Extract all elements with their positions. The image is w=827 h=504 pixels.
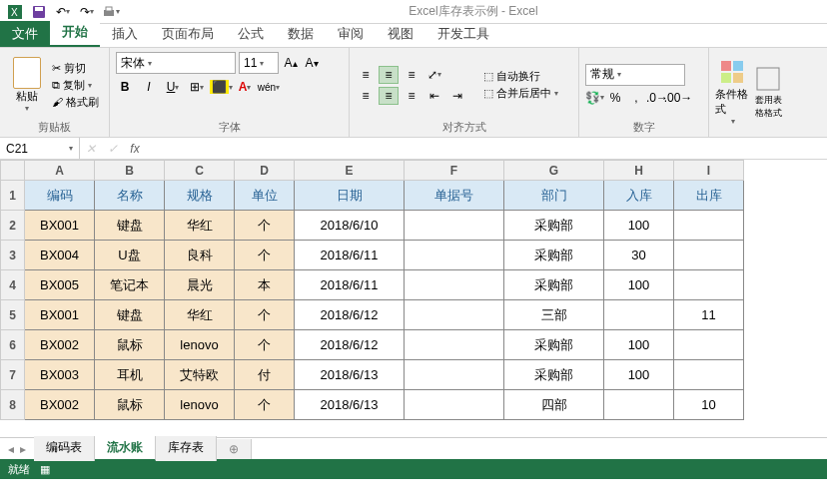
accounting-icon[interactable]: 💱▾: [585, 89, 603, 107]
table-cell[interactable]: 2018/6/11: [295, 241, 405, 270]
table-cell[interactable]: lenovo: [165, 390, 235, 420]
decrease-font-icon[interactable]: A▾: [303, 54, 321, 72]
sheet-tab[interactable]: 编码表: [34, 436, 95, 461]
paste-button[interactable]: 粘贴 ▾: [6, 55, 48, 115]
table-cell[interactable]: BX002: [25, 390, 95, 420]
redo-icon[interactable]: ↷▾: [78, 3, 96, 21]
table-cell[interactable]: [405, 330, 504, 360]
tab-view[interactable]: 视图: [376, 21, 425, 47]
table-header-cell[interactable]: 单位: [235, 181, 295, 211]
table-cell[interactable]: 晨光: [165, 270, 235, 300]
macro-icon[interactable]: ▦: [40, 463, 50, 476]
tab-file[interactable]: 文件: [0, 21, 50, 47]
table-cell[interactable]: 采购部: [504, 360, 604, 390]
table-cell[interactable]: 2018/6/12: [295, 300, 405, 330]
table-cell[interactable]: 鼠标: [95, 390, 165, 420]
table-cell[interactable]: 个: [235, 330, 295, 360]
tab-insert[interactable]: 插入: [100, 21, 150, 47]
table-cell[interactable]: 个: [235, 241, 295, 270]
table-cell[interactable]: 100: [604, 330, 674, 360]
table-cell[interactable]: [674, 270, 744, 300]
row-header[interactable]: 3: [1, 241, 25, 270]
table-cell[interactable]: [604, 300, 674, 330]
sheet-nav-last-icon[interactable]: ▸: [20, 442, 26, 456]
wrap-text-button[interactable]: ⬚自动换行: [483, 69, 558, 84]
table-cell[interactable]: 2018/6/13: [295, 360, 405, 390]
row-header[interactable]: 1: [1, 181, 25, 211]
table-cell[interactable]: [674, 211, 744, 241]
sheet-nav-first-icon[interactable]: ◂: [8, 442, 14, 456]
col-header[interactable]: F: [405, 161, 504, 181]
table-cell[interactable]: 个: [235, 300, 295, 330]
align-bottom-icon[interactable]: ≡: [402, 66, 421, 84]
table-cell[interactable]: 键盘: [95, 300, 165, 330]
table-cell[interactable]: [405, 360, 504, 390]
row-header[interactable]: 7: [1, 360, 25, 390]
copy-button[interactable]: ⧉复制▾: [52, 78, 99, 93]
table-cell[interactable]: 100: [604, 270, 674, 300]
table-cell[interactable]: 笔记本: [95, 270, 165, 300]
col-header[interactable]: A: [25, 161, 95, 181]
table-cell[interactable]: 采购部: [504, 330, 604, 360]
col-header[interactable]: E: [295, 161, 405, 181]
phonetic-button[interactable]: wén▾: [260, 78, 278, 96]
table-header-cell[interactable]: 部门: [504, 181, 604, 211]
underline-button[interactable]: U▾: [164, 78, 182, 96]
italic-button[interactable]: I: [140, 78, 158, 96]
col-header[interactable]: H: [604, 161, 674, 181]
table-cell[interactable]: 四部: [504, 390, 604, 420]
align-top-icon[interactable]: ≡: [356, 66, 376, 84]
bold-button[interactable]: B: [116, 78, 134, 96]
table-cell[interactable]: 华红: [165, 300, 235, 330]
table-cell[interactable]: BX003: [25, 360, 95, 390]
table-cell[interactable]: 耳机: [95, 360, 165, 390]
tab-data[interactable]: 数据: [276, 21, 326, 47]
col-header[interactable]: I: [674, 161, 744, 181]
col-header[interactable]: G: [504, 161, 604, 181]
table-header-cell[interactable]: 入库: [604, 181, 674, 211]
number-format-combo[interactable]: 常规▾: [585, 64, 685, 86]
row-header[interactable]: 6: [1, 330, 25, 360]
table-cell[interactable]: 11: [674, 300, 744, 330]
increase-font-icon[interactable]: A▴: [282, 54, 300, 72]
col-header[interactable]: B: [95, 161, 165, 181]
comma-icon[interactable]: ,: [627, 89, 645, 107]
table-header-cell[interactable]: 编码: [25, 181, 95, 211]
table-cell[interactable]: 10: [674, 390, 744, 420]
table-cell[interactable]: [405, 390, 504, 420]
tab-formulas[interactable]: 公式: [226, 21, 276, 47]
font-name-combo[interactable]: 宋体▾: [116, 52, 236, 74]
table-cell[interactable]: 个: [235, 211, 295, 241]
align-middle-icon[interactable]: ≡: [379, 66, 399, 84]
undo-icon[interactable]: ↶▾: [54, 3, 72, 21]
table-cell[interactable]: BX001: [25, 211, 95, 241]
table-header-cell[interactable]: 规格: [165, 181, 235, 211]
table-cell[interactable]: 个: [235, 390, 295, 420]
tab-home[interactable]: 开始: [50, 19, 100, 47]
dec-decimal-icon[interactable]: .00→: [669, 89, 687, 107]
worksheet-grid[interactable]: ABCDEFGHI1编码名称规格单位日期单据号部门入库出库2BX001键盘华红个…: [0, 160, 827, 437]
row-header[interactable]: 5: [1, 300, 25, 330]
table-cell[interactable]: 键盘: [95, 211, 165, 241]
format-painter-button[interactable]: 🖌格式刷: [52, 95, 99, 110]
table-cell[interactable]: [674, 330, 744, 360]
name-box[interactable]: C21▾: [0, 138, 80, 159]
table-cell[interactable]: [674, 241, 744, 270]
indent-inc-icon[interactable]: ⇥: [447, 87, 467, 105]
table-cell[interactable]: [604, 390, 674, 420]
table-cell[interactable]: BX005: [25, 270, 95, 300]
table-cell[interactable]: [405, 241, 504, 270]
align-center-icon[interactable]: ≡: [379, 87, 399, 105]
table-cell[interactable]: 2018/6/13: [295, 390, 405, 420]
table-header-cell[interactable]: 单据号: [405, 181, 504, 211]
table-cell[interactable]: 本: [235, 270, 295, 300]
quickprint-icon[interactable]: ▾: [102, 3, 120, 21]
sheet-tab[interactable]: 库存表: [156, 436, 217, 461]
table-cell[interactable]: 艾特欧: [165, 360, 235, 390]
table-cell[interactable]: BX002: [25, 330, 95, 360]
save-icon[interactable]: [30, 3, 48, 21]
table-cell[interactable]: 采购部: [504, 270, 604, 300]
percent-icon[interactable]: %: [606, 89, 624, 107]
table-cell[interactable]: 2018/6/11: [295, 270, 405, 300]
table-cell[interactable]: 100: [604, 360, 674, 390]
